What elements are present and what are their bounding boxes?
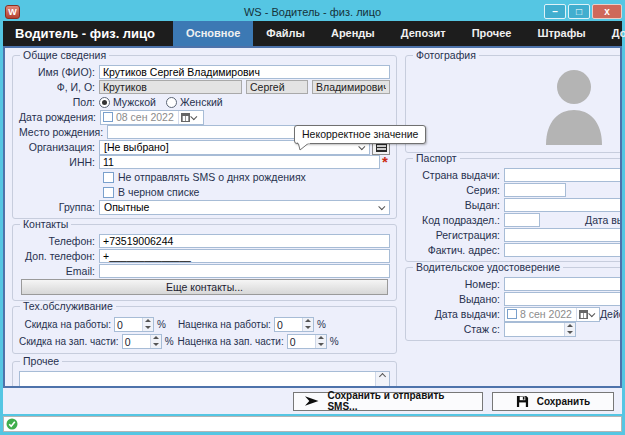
work-discount-spinner[interactable]: 0 [114,317,154,332]
titlebar: W WS - Водитель - физ. лицо – □ x [3,3,622,21]
page-title: Водитель - физ. лицо [3,21,173,46]
close-button[interactable]: x [592,4,622,19]
birth-date-row: Дата рождения: 08 сен 2022 [19,110,390,124]
no-sms-checkbox[interactable] [103,172,114,183]
name-label: Имя (ФИО): [19,66,99,78]
work-markup-spinner[interactable]: 0 [274,317,314,332]
inn-input[interactable] [99,155,380,169]
spin-down-icon[interactable] [143,324,153,331]
scrollbar[interactable] [375,372,389,388]
tab-strip: Основное Файлы Аренды Депозит Прочее Штр… [173,21,625,46]
name-input[interactable] [99,65,390,79]
calendar-icon[interactable] [576,308,597,321]
gender-label: Пол: [19,96,99,108]
last-name-input [99,80,242,94]
tab-arendy[interactable]: Аренды [318,21,388,46]
license-issue-date-value: 8 сен 2022 [520,308,576,320]
registration-row: Регистрация: [412,228,622,242]
experience-spinner[interactable] [504,322,576,337]
spin-down-icon[interactable] [303,324,313,331]
parts-discount-label: Скидка на зап. части: [19,336,122,347]
floppy-icon [516,395,529,408]
misc-group: Прочее [12,361,397,388]
gender-male-radio[interactable] [99,97,110,108]
country-input[interactable] [504,168,622,182]
save-and-send-sms-button[interactable]: Сохранить и отправить SMS... [293,392,483,411]
middle-name-input [312,80,390,94]
passport-legend: Паспорт [413,153,460,164]
work-markup-label: Наценка на работы: [170,319,274,330]
gender-male-label[interactable]: Мужской [113,96,156,108]
service-legend: Тех.обслуживание [20,301,116,312]
license-issued-label: Выдано: [412,293,504,305]
tab-dolgi[interactable]: Долги [599,21,625,46]
email-input[interactable] [99,264,390,278]
actual-address-input[interactable] [504,243,622,257]
misc-text[interactable] [20,372,375,388]
license-issue-date-picker[interactable]: 8 сен 2022 [504,307,600,322]
name-row: Имя (ФИО): [19,65,390,79]
alt-phone-label: Доп. телефон: [19,250,99,262]
chevron-down-icon [378,203,385,210]
license-issued-input[interactable] [504,292,622,306]
app-window: W WS - Водитель - физ. лицо – □ x Водите… [0,0,625,435]
validation-tooltip: Некорректное значение [294,125,426,144]
registration-label: Регистрация: [412,229,504,241]
series-input[interactable] [504,183,566,197]
issued-by-input[interactable] [504,198,622,212]
group-label: Группа: [19,201,99,213]
fio-row: Ф, И, О: [19,80,390,94]
alt-phone-input[interactable] [99,249,390,263]
birth-date-checkbox[interactable] [103,112,113,122]
registration-input[interactable] [504,228,622,242]
parts-markup-spinner[interactable]: 0 [287,334,327,349]
issued-by-label: Выдан: [412,199,504,211]
license-number-input[interactable] [504,277,622,291]
spin-down-icon[interactable] [565,329,575,336]
gender-female-radio[interactable] [166,97,177,108]
photo-placeholder [538,65,610,145]
group-select[interactable]: Опытные [99,200,390,215]
scroll-up-icon[interactable] [379,373,386,380]
issued-by-row: Выдан: [412,198,622,212]
spin-down-icon[interactable] [151,341,161,348]
parts-discount-spinner[interactable]: 0 [122,334,162,349]
tab-fayly[interactable]: Файлы [253,21,318,46]
blacklist-checkbox[interactable] [103,187,114,198]
window-controls: – □ x [544,4,622,19]
more-contacts-button[interactable]: Еще контакты... [21,279,388,295]
misc-textarea[interactable] [19,371,390,388]
tab-prochee[interactable]: Прочее [459,21,525,46]
passport-number-label: Номер: [566,184,622,196]
tab-depozit[interactable]: Депозит [388,21,459,46]
license-number-row: Номер: [412,277,622,291]
license-issue-date-checkbox[interactable] [507,309,517,319]
right-column: Фотография [405,51,622,384]
email-row: Email: [19,264,390,278]
phone-input[interactable] [99,234,390,248]
gender-female-label[interactable]: Женский [180,96,223,108]
license-issue-date-label: Дата выдачи: [412,308,504,320]
work-markup-value: 0 [275,318,302,331]
calendar-icon[interactable] [178,111,199,124]
tab-osnovnoe[interactable]: Основное [173,21,253,46]
phone-label: Телефон: [19,235,99,247]
division-code-input[interactable] [504,213,540,227]
parts-markup-label: Наценка на зап. части: [178,336,287,347]
birth-date-picker[interactable]: 08 сен 2022 [100,110,204,125]
save-label: Сохранить [537,396,591,407]
blacklist-label[interactable]: В черном списке [118,186,199,198]
country-row: Страна выдачи: [412,168,622,182]
passport-issue-date-label: Дата выдачи: [540,214,622,226]
spin-down-icon[interactable] [316,341,326,348]
series-number-row: Серия: Номер: [412,183,622,197]
tab-shtrafy[interactable]: Штрафы [524,21,598,46]
save-and-send-sms-label: Сохранить и отправить SMS... [327,390,472,412]
maximize-button[interactable]: □ [568,4,590,19]
no-sms-label[interactable]: Не отправлять SMS о днях рождениях [118,171,306,183]
minimize-button[interactable]: – [544,4,566,19]
division-date-row: Код подраздел.: Дата выдачи: 08 сен 2022 [412,213,622,227]
save-button[interactable]: Сохранить [492,392,614,411]
form-header: Водитель - физ. лицо Основное Файлы Арен… [3,21,622,46]
passport-group: Паспорт Страна выдачи: Серия: Номер: Выд… [405,158,622,262]
